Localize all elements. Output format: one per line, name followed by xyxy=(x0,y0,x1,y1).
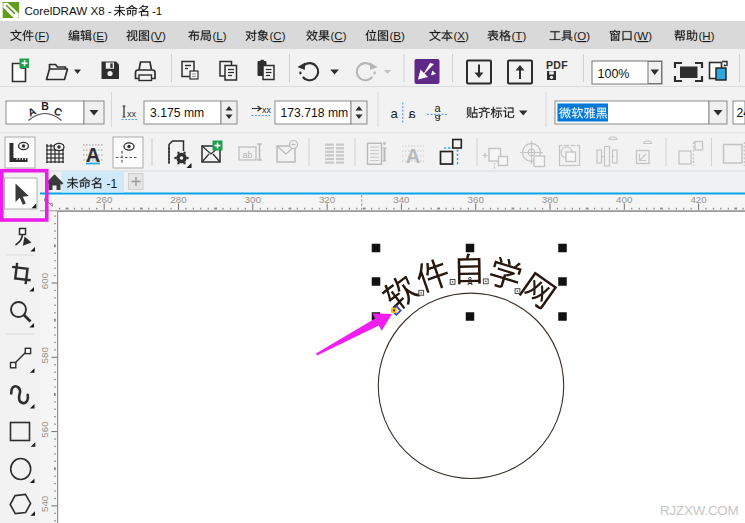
svg-text:-1: -1 xyxy=(152,4,162,17)
svg-text:400: 400 xyxy=(616,194,633,205)
svg-text:(O): (O) xyxy=(574,30,591,42)
svg-text:(V): (V) xyxy=(151,30,167,42)
svg-text:A: A xyxy=(467,278,473,287)
svg-text:(B): (B) xyxy=(390,30,406,42)
svg-text:173.718 mm: 173.718 mm xyxy=(281,106,349,120)
svg-text:(F): (F) xyxy=(35,30,50,42)
svg-text:3.175 mm: 3.175 mm xyxy=(150,106,204,120)
svg-text:(W): (W) xyxy=(634,30,653,42)
svg-text:(X): (X) xyxy=(454,30,470,42)
svg-text:CorelDRAW X8 -: CorelDRAW X8 - xyxy=(25,4,112,17)
svg-text:540: 540 xyxy=(39,495,50,512)
svg-text:280: 280 xyxy=(170,194,187,205)
svg-text:-1: -1 xyxy=(107,177,118,191)
svg-text:560: 560 xyxy=(39,421,50,438)
svg-text:300: 300 xyxy=(245,194,262,205)
svg-text:PDF: PDF xyxy=(546,59,568,71)
svg-text:420: 420 xyxy=(690,194,707,205)
svg-text:(L): (L) xyxy=(213,30,227,42)
svg-text:(H): (H) xyxy=(699,30,715,42)
svg-text:580: 580 xyxy=(39,347,50,364)
svg-text:(E): (E) xyxy=(93,30,109,42)
svg-text:(C): (C) xyxy=(331,30,347,42)
svg-text:600: 600 xyxy=(39,272,50,289)
svg-text:320: 320 xyxy=(319,194,336,205)
svg-text:100%: 100% xyxy=(598,67,630,81)
svg-text:380: 380 xyxy=(542,194,559,205)
svg-text:a: a xyxy=(408,106,416,121)
svg-text:a: a xyxy=(390,106,398,121)
svg-text:a: a xyxy=(434,102,441,114)
svg-text:340: 340 xyxy=(393,194,410,205)
svg-text:ab: ab xyxy=(242,150,252,160)
svg-text:B: B xyxy=(41,100,49,112)
svg-text:(C): (C) xyxy=(270,30,286,42)
svg-text:xx: xx xyxy=(127,109,137,119)
svg-text:24: 24 xyxy=(737,106,745,120)
svg-text:260: 260 xyxy=(96,194,113,205)
svg-text:360: 360 xyxy=(468,194,485,205)
svg-text:(T): (T) xyxy=(512,30,527,42)
svg-text:A: A xyxy=(406,145,420,167)
svg-text:xx: xx xyxy=(262,105,272,115)
svg-text:RJZXW.COM: RJZXW.COM xyxy=(660,503,739,518)
